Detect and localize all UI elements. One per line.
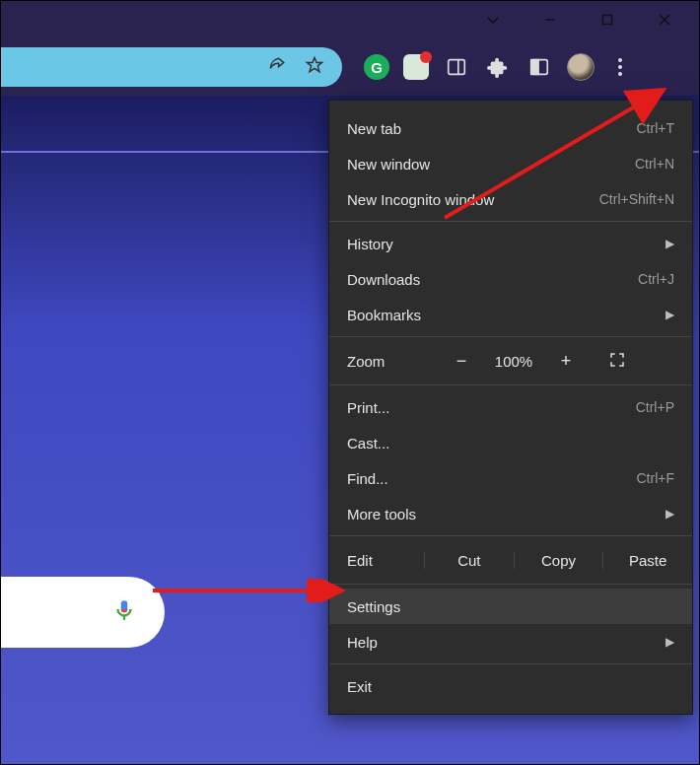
menu-shortcut: Ctrl+Shift+N	[599, 191, 674, 207]
window-close-icon[interactable]	[652, 7, 677, 33]
extension-icons: G	[342, 53, 632, 81]
svg-rect-1	[603, 16, 612, 25]
svg-rect-5	[531, 60, 538, 75]
fullscreen-icon[interactable]	[590, 351, 645, 372]
menu-label: History	[347, 236, 393, 252]
chrome-overflow-menu: New tab Ctrl+T New window Ctrl+N New Inc…	[328, 100, 693, 715]
zoom-value: 100%	[485, 353, 542, 370]
edit-cut-button[interactable]: Cut	[424, 552, 514, 569]
chevron-right-icon: ▶	[665, 635, 674, 649]
adblock-extension-icon[interactable]	[403, 54, 429, 80]
edit-copy-button[interactable]: Copy	[514, 552, 603, 569]
menu-item-help[interactable]: Help ▶	[329, 624, 692, 660]
side-panel-icon[interactable]	[443, 53, 470, 81]
menu-item-new-tab[interactable]: New tab Ctrl+T	[329, 110, 692, 146]
menu-label: Settings	[347, 598, 400, 615]
menu-label: Print...	[347, 399, 389, 416]
menu-shortcut: Ctrl+P	[636, 399, 674, 415]
menu-label: New window	[347, 156, 430, 173]
bookmark-star-icon[interactable]	[305, 55, 324, 79]
window-minimize-icon[interactable]	[537, 7, 563, 33]
zoom-in-button[interactable]: +	[542, 351, 590, 372]
window-dropdown-icon[interactable]	[480, 7, 506, 33]
menu-item-zoom: Zoom − 100% +	[329, 341, 692, 381]
menu-label: Find...	[347, 470, 388, 487]
chevron-right-icon: ▶	[665, 308, 674, 321]
menu-item-new-incognito[interactable]: New Incognito window Ctrl+Shift+N	[329, 181, 692, 217]
browser-toolbar: G	[1, 38, 699, 96]
svg-rect-2	[449, 60, 465, 75]
menu-label: Bookmarks	[347, 307, 421, 323]
share-icon[interactable]	[267, 55, 287, 79]
menu-label: New tab	[347, 120, 401, 137]
window-title-bar	[1, 1, 699, 38]
chevron-right-icon: ▶	[665, 507, 674, 521]
menu-label: Zoom	[347, 353, 438, 370]
grammarly-extension-icon[interactable]: G	[364, 54, 389, 80]
menu-label: Help	[347, 634, 378, 651]
menu-label: Downloads	[347, 271, 420, 288]
google-search-box[interactable]	[0, 577, 165, 648]
menu-item-cast[interactable]: Cast...	[329, 425, 692, 460]
menu-label: Edit	[329, 552, 424, 569]
voice-search-icon[interactable]	[111, 597, 137, 627]
menu-item-history[interactable]: History ▶	[329, 226, 692, 261]
chevron-right-icon: ▶	[665, 237, 674, 250]
window-maximize-icon[interactable]	[595, 7, 620, 33]
menu-item-edit-row: Edit Cut Copy Paste	[329, 540, 692, 580]
menu-label: Exit	[347, 678, 372, 695]
menu-label: More tools	[347, 506, 416, 522]
zoom-out-button[interactable]: −	[438, 351, 485, 372]
menu-item-downloads[interactable]: Downloads Ctrl+J	[329, 261, 692, 297]
menu-item-bookmarks[interactable]: Bookmarks ▶	[329, 297, 692, 332]
chrome-menu-button[interactable]	[608, 53, 632, 81]
menu-label: Cast...	[347, 435, 389, 452]
menu-label: New Incognito window	[347, 191, 494, 208]
menu-item-new-window[interactable]: New window Ctrl+N	[329, 146, 692, 181]
menu-item-print[interactable]: Print... Ctrl+P	[329, 389, 692, 425]
menu-shortcut: Ctrl+J	[638, 271, 674, 287]
menu-shortcut: Ctrl+N	[635, 156, 674, 172]
menu-item-settings[interactable]: Settings	[329, 589, 692, 624]
extensions-puzzle-icon[interactable]	[484, 53, 512, 81]
profile-avatar[interactable]	[567, 53, 595, 81]
reading-list-icon[interactable]	[525, 53, 553, 81]
edit-paste-button[interactable]: Paste	[602, 552, 692, 569]
menu-shortcut: Ctrl+F	[637, 470, 675, 486]
menu-item-more-tools[interactable]: More tools ▶	[329, 496, 692, 531]
address-bar[interactable]	[0, 47, 342, 87]
menu-shortcut: Ctrl+T	[637, 120, 675, 136]
menu-item-exit[interactable]: Exit	[329, 668, 692, 704]
menu-item-find[interactable]: Find... Ctrl+F	[329, 460, 692, 496]
